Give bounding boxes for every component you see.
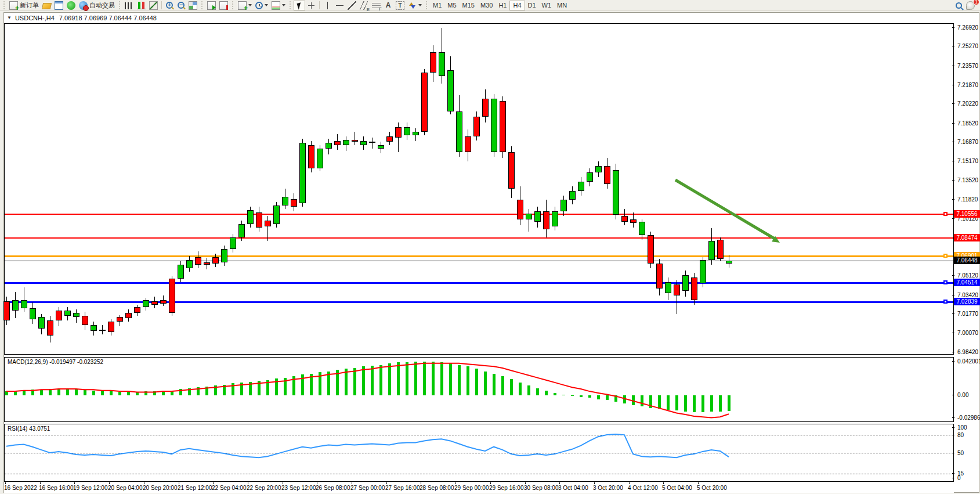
toolbar-grip[interactable] bbox=[118, 1, 121, 9]
crosshair-tool-button[interactable] bbox=[305, 1, 317, 10]
timeframe-d1[interactable]: D1 bbox=[525, 1, 539, 10]
price-tick-label: 7.20220 bbox=[957, 100, 978, 107]
rsi-axis-label: 80 bbox=[957, 432, 964, 438]
time-tick bbox=[559, 482, 560, 484]
macd-pane[interactable]: MACD(12,26,9) -0.019497 -0.023252 bbox=[4, 357, 954, 422]
arrows-tool-button[interactable] bbox=[406, 1, 424, 10]
chart-shift-button[interactable] bbox=[218, 1, 230, 10]
rsi-axis-tick bbox=[952, 473, 954, 474]
time-tick-label: 27 Sep 00:00 bbox=[350, 485, 385, 491]
fibonacci-tool-button[interactable] bbox=[370, 1, 382, 10]
time-tick-label: 20 Sep 04:00 bbox=[108, 485, 143, 491]
chevron-down-icon bbox=[265, 4, 268, 6]
macd-axis-label: -0.029864 bbox=[957, 414, 980, 421]
channel-icon bbox=[360, 1, 368, 10]
timeframe-m1[interactable]: M1 bbox=[430, 1, 444, 10]
candlestick-chart-button[interactable] bbox=[135, 1, 147, 10]
line-chart-button[interactable] bbox=[147, 1, 160, 10]
notifications-button[interactable]: 1 bbox=[964, 1, 977, 10]
tile-windows-button[interactable] bbox=[187, 1, 199, 10]
time-axis[interactable]: 16 Sep 202216 Sep 16:0019 Sep 12:0020 Se… bbox=[4, 482, 954, 493]
autotrade-label: 自动交易 bbox=[89, 1, 115, 10]
time-tick-label: 29 Sep 00:00 bbox=[454, 485, 489, 491]
time-tick-label: 22 Sep 04:00 bbox=[212, 485, 247, 491]
price-tick bbox=[952, 180, 954, 181]
trendline-tool-button[interactable] bbox=[346, 1, 358, 10]
time-tick-label: 30 Sep 08:00 bbox=[524, 485, 559, 491]
timeframe-m15[interactable]: M15 bbox=[460, 1, 478, 10]
price-chart-pane[interactable] bbox=[4, 23, 954, 355]
toolbar-grip[interactable] bbox=[232, 1, 234, 9]
price-tick bbox=[952, 27, 954, 28]
macd-axis-label: 0.042001 bbox=[957, 358, 980, 365]
time-tick bbox=[213, 482, 214, 484]
vertical-line-tool-button[interactable] bbox=[321, 1, 334, 10]
time-tick-label: 5 Oct 04:00 bbox=[662, 485, 692, 491]
macd-label: MACD(12,26,9) -0.019497 -0.023252 bbox=[8, 359, 103, 365]
channel-tool-button[interactable] bbox=[358, 1, 370, 10]
time-tick-label: 5 Oct 20:00 bbox=[697, 485, 727, 491]
market-watch-button[interactable] bbox=[53, 1, 65, 10]
fibonacci-icon bbox=[372, 3, 381, 9]
crosshair-icon bbox=[307, 1, 316, 10]
rsi-axis-tick bbox=[952, 453, 954, 453]
horizontal-line-tool-button[interactable] bbox=[334, 1, 346, 10]
rsi-axis-label: 50 bbox=[957, 450, 964, 456]
indicators-icon bbox=[272, 1, 280, 10]
search-button[interactable] bbox=[953, 1, 964, 10]
text-icon: A bbox=[386, 1, 391, 9]
signals-button[interactable] bbox=[65, 1, 77, 10]
macd-axis-tick bbox=[952, 361, 954, 362]
rsi-axis-tick bbox=[952, 427, 954, 428]
chart-title-quotes: 7.06918 7.06969 7.06444 7.06448 bbox=[59, 15, 157, 21]
autotrade-button[interactable]: 自动交易 bbox=[77, 1, 117, 10]
time-tick bbox=[663, 482, 664, 484]
price-tick bbox=[952, 352, 954, 352]
new-order-button[interactable]: 新订单 bbox=[8, 1, 41, 10]
cursor-tool-button[interactable] bbox=[294, 1, 305, 10]
new-chart-button[interactable] bbox=[236, 1, 254, 10]
price-tick-label: 7.15170 bbox=[957, 158, 978, 164]
text-label-tool-button[interactable]: T bbox=[394, 1, 406, 10]
time-tick-label: 3 Oct 20:00 bbox=[593, 485, 623, 491]
price-tick-label: 6.98420 bbox=[957, 349, 978, 355]
zoom-in-button[interactable] bbox=[164, 1, 175, 10]
time-tick-label: 16 Sep 2022 bbox=[4, 485, 37, 491]
auto-scroll-button[interactable] bbox=[205, 1, 218, 10]
timeframe-m5[interactable]: M5 bbox=[444, 1, 459, 10]
zoom-out-button[interactable] bbox=[175, 1, 187, 10]
timeframe-w1[interactable]: W1 bbox=[539, 1, 555, 10]
toolbar-grip[interactable] bbox=[3, 1, 6, 9]
time-tick bbox=[352, 482, 352, 484]
timeframe-h1[interactable]: H1 bbox=[496, 1, 509, 10]
main-toolbar: 新订单 自动交易 A T M1M5M15M30H1H4D1W1MN 1 bbox=[0, 0, 980, 11]
timeframe-mn[interactable]: MN bbox=[554, 1, 570, 10]
price-badge: 7.02839 bbox=[954, 298, 980, 305]
time-tick bbox=[248, 482, 248, 484]
timeframe-m30[interactable]: M30 bbox=[478, 1, 496, 10]
time-tick bbox=[40, 482, 41, 484]
trend-arrow-annotation[interactable] bbox=[5, 24, 953, 354]
price-tick bbox=[952, 275, 954, 276]
rsi-pane[interactable]: RSI(14) 43.0751 bbox=[4, 424, 954, 482]
chevron-down-icon bbox=[418, 4, 422, 6]
period-button[interactable] bbox=[254, 1, 270, 10]
price-badge: 7.10556 bbox=[954, 210, 980, 218]
gold-icon bbox=[42, 3, 52, 9]
collapse-icon[interactable]: ▼ bbox=[7, 15, 12, 20]
price-tick-label: 7.21870 bbox=[957, 82, 978, 88]
gold-button[interactable] bbox=[41, 1, 53, 10]
indicators-button[interactable] bbox=[270, 1, 287, 10]
toolbar-grip[interactable] bbox=[425, 1, 428, 9]
trendline-icon bbox=[348, 1, 356, 10]
chart-titlebar: ▼ USDCNH-,H4 7.06918 7.06969 7.06444 7.0… bbox=[4, 13, 979, 23]
new-order-label: 新订单 bbox=[20, 1, 39, 10]
toolbar-separator bbox=[319, 1, 320, 9]
time-tick-label: 28 Sep 08:00 bbox=[420, 485, 454, 491]
macd-axis-label: 0.00 bbox=[957, 392, 968, 398]
bar-chart-button[interactable] bbox=[123, 1, 135, 10]
timeframe-h4[interactable]: H4 bbox=[509, 1, 525, 10]
toolbar-grip[interactable] bbox=[289, 1, 292, 9]
toolbar-grip[interactable] bbox=[201, 1, 204, 9]
text-tool-button[interactable]: A bbox=[382, 1, 394, 10]
